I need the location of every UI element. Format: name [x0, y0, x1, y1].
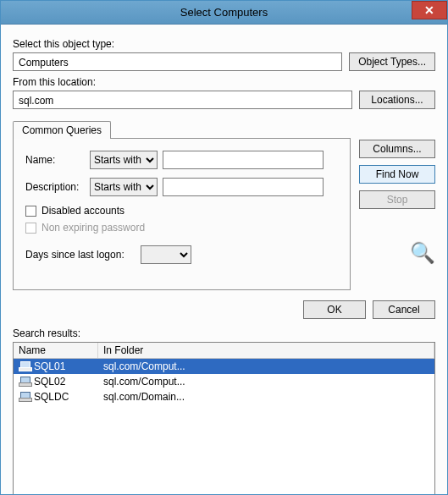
tab-common-queries[interactable]: Common Queries: [13, 121, 111, 139]
days-since-logon-select[interactable]: [141, 245, 191, 264]
computer-icon: [19, 392, 30, 402]
computer-icon: [19, 377, 30, 387]
results-header: Name In Folder: [14, 343, 434, 359]
non-expiring-checkbox: [25, 223, 36, 234]
from-location-field[interactable]: sql.com: [13, 91, 352, 109]
row-name: SQL01: [34, 360, 65, 372]
column-header-name[interactable]: Name: [14, 343, 98, 358]
results-list[interactable]: Name In Folder SQL01sql.com/Comput...SQL…: [13, 342, 435, 495]
dialog-title: Select Computers: [180, 6, 268, 19]
row-folder: sql.com/Comput...: [98, 375, 434, 388]
columns-button[interactable]: Columns...: [359, 140, 435, 158]
stop-button: Stop: [359, 190, 435, 209]
table-row[interactable]: SQL02sql.com/Comput...: [14, 374, 434, 389]
disabled-accounts-label: Disabled accounts: [41, 205, 124, 217]
search-icon: 🔍: [410, 241, 435, 265]
find-now-button[interactable]: Find Now: [359, 165, 435, 184]
description-input[interactable]: [163, 178, 324, 196]
description-label: Description:: [25, 181, 85, 193]
object-type-label: Select this object type:: [13, 38, 435, 50]
row-name: SQL02: [34, 376, 65, 388]
object-types-button[interactable]: Object Types...: [349, 52, 435, 71]
row-name-cell: SQL02: [14, 375, 98, 388]
days-since-logon-label: Days since last logon:: [25, 249, 136, 261]
queries-panel: Name: Starts with Description: Starts wi…: [13, 138, 351, 290]
locations-button[interactable]: Locations...: [359, 91, 435, 109]
name-input[interactable]: [163, 151, 324, 169]
close-button[interactable]: ✕: [412, 1, 447, 19]
row-folder: sql.com/Comput...: [98, 360, 434, 373]
close-icon: ✕: [424, 3, 434, 17]
ok-button[interactable]: OK: [303, 300, 366, 319]
row-name-cell: SQL01: [14, 360, 98, 373]
computer-icon: [19, 361, 30, 371]
row-folder: sql.com/Domain...: [98, 390, 434, 404]
row-name: SQLDC: [34, 391, 69, 403]
name-label: Name:: [25, 154, 85, 166]
right-button-column: Columns... Find Now Stop 🔍: [359, 121, 435, 265]
name-operator-select[interactable]: Starts with: [90, 151, 158, 169]
table-row[interactable]: SQL01sql.com/Comput...: [14, 359, 434, 374]
object-type-field[interactable]: Computers: [13, 52, 342, 71]
description-operator-select[interactable]: Starts with: [90, 178, 158, 196]
column-header-folder[interactable]: In Folder: [98, 343, 434, 358]
titlebar: Select Computers ✕: [1, 1, 447, 25]
disabled-accounts-checkbox[interactable]: [25, 206, 36, 217]
table-row[interactable]: SQLDCsql.com/Domain...: [14, 389, 434, 404]
from-location-label: From this location:: [13, 76, 435, 88]
non-expiring-label: Non expiring password: [41, 222, 145, 234]
search-results-label: Search results:: [13, 327, 435, 339]
row-name-cell: SQLDC: [14, 390, 98, 404]
dialog-body: Select this object type: Computers Objec…: [1, 25, 447, 495]
cancel-button[interactable]: Cancel: [373, 300, 435, 319]
